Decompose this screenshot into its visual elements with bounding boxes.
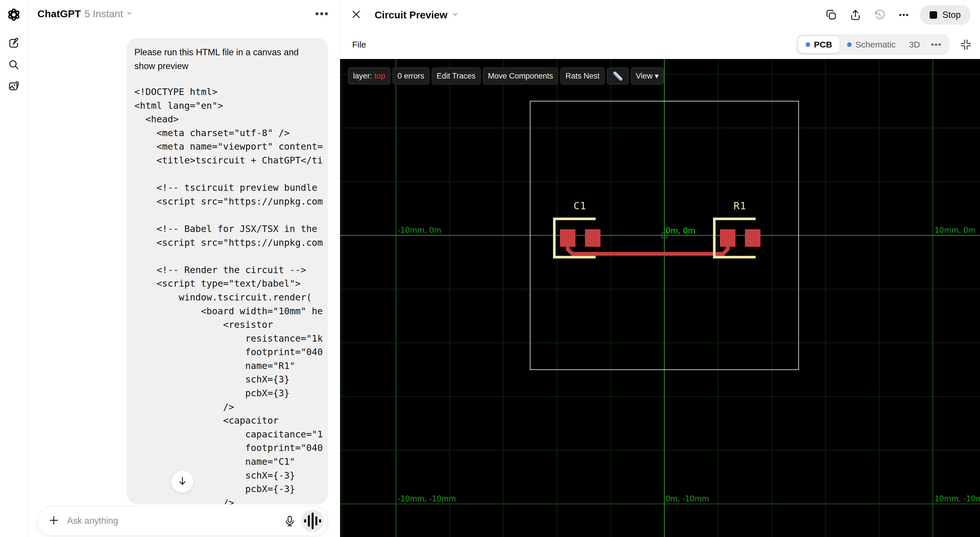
svg-text:0m, -10mm: 0m, -10mm bbox=[665, 494, 709, 503]
chat-header: ChatGPT 5 Instant ••• bbox=[28, 0, 339, 28]
svg-text:C1: C1 bbox=[574, 200, 587, 212]
more-options-icon[interactable] bbox=[897, 9, 910, 21]
svg-text:10mm, -10mm: 10mm, -10mm bbox=[935, 494, 980, 503]
chevron-down-icon[interactable] bbox=[126, 10, 133, 18]
copy-icon[interactable] bbox=[825, 9, 838, 21]
openai-logo-icon bbox=[7, 8, 21, 23]
composer[interactable]: Ask anything bbox=[37, 506, 328, 536]
file-menu[interactable]: File bbox=[352, 40, 366, 49]
canvas-panel: Circuit Preview bbox=[340, 0, 980, 537]
chat-app-title: ChatGPT bbox=[37, 8, 81, 19]
svg-text:-10mm, -10mm: -10mm, -10mm bbox=[398, 494, 456, 503]
search-icon bbox=[8, 59, 20, 72]
share-icon[interactable] bbox=[849, 9, 862, 21]
view-dropdown-button[interactable]: View ▾ bbox=[631, 68, 663, 84]
waveform-icon bbox=[304, 519, 306, 523]
conversation-menu-button[interactable]: ••• bbox=[315, 8, 329, 20]
app-root: ChatGPT 5 Instant ••• Please run this HT… bbox=[0, 0, 980, 537]
voice-mode-button[interactable] bbox=[301, 510, 324, 532]
tab-pcb[interactable]: PCB bbox=[798, 36, 840, 53]
chat-panel: ChatGPT 5 Instant ••• Please run this HT… bbox=[28, 0, 339, 537]
arrow-down-icon bbox=[177, 476, 188, 487]
user-message-code: <!DOCTYPE html> <html lang="en"> <head> … bbox=[134, 85, 328, 504]
layer-value: top bbox=[374, 72, 385, 81]
canvas-title[interactable]: Circuit Preview bbox=[375, 9, 447, 21]
blue-dot-icon bbox=[806, 42, 810, 47]
library-button[interactable] bbox=[7, 80, 21, 93]
view-tabs: PCB Schematic 3D ••• bbox=[796, 34, 949, 55]
tab-3d[interactable]: 3D bbox=[903, 36, 926, 53]
rats-nest-button[interactable]: Rats Nest bbox=[560, 68, 605, 84]
collapse-icon[interactable] bbox=[960, 38, 972, 51]
close-icon[interactable] bbox=[350, 9, 362, 21]
user-message-bubble: Please run this HTML file in a canvas an… bbox=[127, 38, 328, 504]
canvas-menubar: File PCB Schematic 3D ••• bbox=[340, 30, 980, 59]
svg-text:R1: R1 bbox=[734, 200, 747, 212]
errors-button[interactable]: 0 errors bbox=[393, 68, 429, 84]
edit-tool-button[interactable] bbox=[607, 68, 628, 84]
canvas-header-actions bbox=[825, 9, 910, 21]
stop-label: Stop bbox=[942, 10, 961, 20]
plus-icon[interactable] bbox=[48, 515, 60, 527]
chat-input[interactable]: Ask anything bbox=[67, 516, 283, 526]
left-rail bbox=[0, 0, 28, 537]
canvas-header: Circuit Preview bbox=[340, 0, 980, 30]
svg-text:10mm, 0m: 10mm, 0m bbox=[935, 226, 975, 234]
pencil-icon bbox=[612, 71, 623, 81]
stop-square-icon bbox=[930, 11, 937, 19]
move-components-button[interactable]: Move Components bbox=[483, 68, 558, 84]
svg-text:-10mm, 0m: -10mm, 0m bbox=[398, 226, 441, 234]
svg-text:0m, 0m: 0m, 0m bbox=[665, 226, 695, 235]
search-chats-button[interactable] bbox=[7, 59, 21, 72]
dictate-button[interactable] bbox=[283, 515, 296, 527]
tabs-more-button[interactable]: ••• bbox=[926, 40, 947, 49]
layer-button[interactable]: layer: top bbox=[348, 68, 390, 84]
scroll-to-bottom-button[interactable] bbox=[171, 470, 194, 493]
pcb-toolbar: layer: top 0 errors Edit Traces Move Com… bbox=[348, 68, 663, 84]
chevron-down-icon[interactable] bbox=[452, 11, 459, 19]
stop-button[interactable]: Stop bbox=[920, 5, 970, 25]
history-icon[interactable] bbox=[873, 9, 886, 21]
pcb-canvas-svg[interactable]: C1R10m, 0m-10mm, 0m10mm, 0m-10mm, -10mm0… bbox=[340, 59, 980, 537]
new-chat-button[interactable] bbox=[7, 37, 21, 51]
compose-icon bbox=[8, 37, 20, 51]
blue-dot-icon bbox=[847, 42, 852, 47]
tab-schematic[interactable]: Schematic bbox=[840, 36, 903, 53]
pcb-viewport[interactable]: C1R10m, 0m-10mm, 0m10mm, 0m-10mm, -10mm0… bbox=[340, 59, 980, 537]
image-library-icon bbox=[8, 80, 20, 93]
edit-traces-button[interactable]: Edit Traces bbox=[432, 68, 480, 84]
model-selector-label[interactable]: 5 Instant bbox=[84, 8, 123, 19]
user-message-text: Please run this HTML file in a canvas an… bbox=[134, 45, 328, 73]
